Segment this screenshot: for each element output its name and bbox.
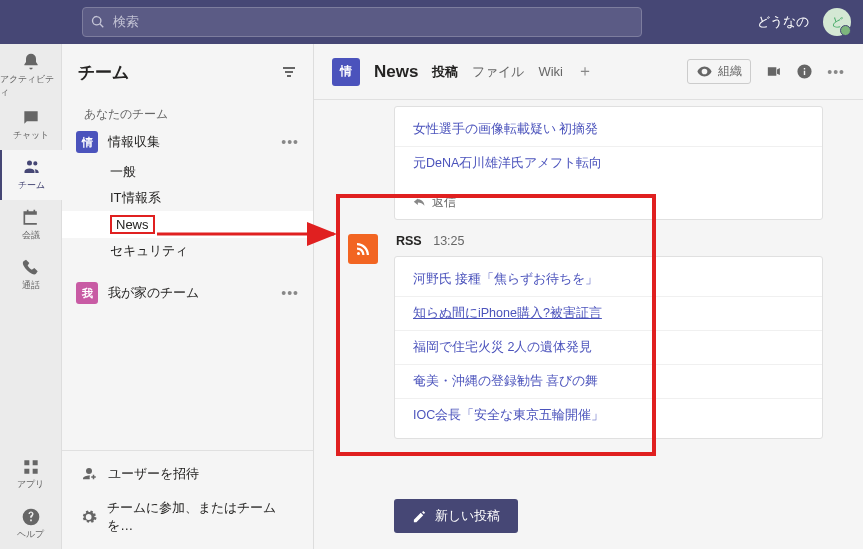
side-panel: チーム あなたのチーム 情 情報収集 ••• 一般 IT情報系 News セキュ… (62, 44, 314, 549)
search-input[interactable]: 検索 (82, 7, 642, 37)
channel-news[interactable]: News (62, 211, 313, 238)
sender-name: RSS (396, 234, 422, 248)
news-link[interactable]: 元DeNA石川雄洋氏アメフト転向 (395, 147, 822, 180)
rail-calendar[interactable]: 会議 (0, 200, 62, 250)
tab-wiki[interactable]: Wiki (538, 62, 563, 81)
news-link[interactable]: 知らぬ間にiPhone購入?被害証言 (395, 297, 822, 331)
tab-files[interactable]: ファイル (472, 61, 524, 83)
rail-activity[interactable]: アクティビティ (0, 50, 62, 100)
app-rail: アクティビティ チャット チーム 会議 通話 アプリ ヘルプ (0, 44, 62, 549)
help-icon (21, 507, 41, 527)
reply-icon (413, 196, 426, 209)
tab-posts[interactable]: 投稿 (432, 61, 458, 83)
side-title: チーム (78, 61, 129, 84)
rail-help[interactable]: ヘルプ (0, 499, 62, 549)
team-badge: 情 (76, 131, 98, 153)
phone-icon (21, 258, 41, 278)
rail-teams[interactable]: チーム (0, 150, 62, 200)
video-icon[interactable] (765, 63, 782, 80)
org-button[interactable]: 組織 (687, 59, 751, 84)
person-add-icon (80, 465, 98, 483)
chat-icon (21, 108, 41, 128)
teams-icon (22, 158, 42, 178)
compose-icon (412, 509, 427, 524)
apps-icon (21, 457, 41, 477)
news-link[interactable]: IOC会長「安全な東京五輪開催」 (395, 399, 822, 432)
invite-button[interactable]: ユーザーを招待 (62, 457, 313, 491)
channel-general[interactable]: 一般 (62, 159, 313, 185)
channel-title: News (374, 62, 418, 82)
team-name: 情報収集 (108, 133, 271, 151)
user-area: どうなの ど (757, 8, 851, 36)
rss-icon (354, 240, 372, 258)
team-name: 我が家のチーム (108, 284, 271, 302)
timestamp: 13:25 (433, 234, 464, 248)
side-footer: ユーザーを招待 チームに参加、またはチームを… (62, 450, 313, 549)
team-row[interactable]: 情 情報収集 ••• (62, 125, 313, 159)
main-area: 情 News 投稿 ファイル Wiki ＋ 組織 ••• 女性選手の画像転載疑い… (314, 44, 863, 549)
channel-badge: 情 (332, 58, 360, 86)
bell-icon (21, 52, 41, 72)
add-tab-button[interactable]: ＋ (577, 61, 593, 82)
avatar[interactable]: ど (823, 8, 851, 36)
titlebar: 検索 どうなの ど (0, 0, 863, 44)
reply-button[interactable]: 返信 (395, 186, 822, 219)
join-team-button[interactable]: チームに参加、またはチームを… (62, 491, 313, 543)
rail-calls[interactable]: 通話 (0, 250, 62, 300)
eye-icon (696, 63, 713, 80)
username[interactable]: どうなの (757, 13, 809, 31)
messages-area: 女性選手の画像転載疑い 初摘発 元DeNA石川雄洋氏アメフト転向 返信 RSS … (314, 100, 863, 487)
message-card: 河野氏 接種「焦らずお待ちを」 知らぬ間にiPhone購入?被害証言 福岡で住宅… (394, 256, 823, 439)
more-icon[interactable]: ••• (281, 134, 299, 150)
more-icon[interactable]: ••• (281, 285, 299, 301)
channel-it[interactable]: IT情報系 (62, 185, 313, 211)
search-placeholder: 検索 (113, 13, 139, 31)
section-label: あなたのチーム (76, 106, 313, 123)
channel-header: 情 News 投稿 ファイル Wiki ＋ 組織 ••• (314, 44, 863, 100)
new-post-button[interactable]: 新しい投稿 (394, 499, 518, 533)
search-container: 検索 (82, 7, 642, 37)
message-header: RSS 13:25 (394, 234, 823, 248)
filter-icon[interactable] (281, 64, 297, 80)
news-link[interactable]: 河野氏 接種「焦らずお待ちを」 (395, 263, 822, 297)
channel-security[interactable]: セキュリティ (62, 238, 313, 264)
calendar-icon (21, 208, 41, 228)
side-header: チーム (62, 44, 313, 100)
rss-message: RSS 13:25 河野氏 接種「焦らずお待ちを」 知らぬ間にiPhone購入?… (394, 234, 823, 445)
rail-chat[interactable]: チャット (0, 100, 62, 150)
team-badge: 我 (76, 282, 98, 304)
team-row[interactable]: 我 我が家のチーム ••• (62, 276, 313, 310)
rail-apps[interactable]: アプリ (0, 449, 62, 499)
rss-avatar (348, 234, 378, 264)
news-link[interactable]: 奄美・沖縄の登録勧告 喜びの舞 (395, 365, 822, 399)
news-link[interactable]: 女性選手の画像転載疑い 初摘発 (395, 113, 822, 147)
search-icon (91, 15, 105, 29)
news-link[interactable]: 福岡で住宅火災 2人の遺体発見 (395, 331, 822, 365)
more-icon[interactable]: ••• (827, 64, 845, 80)
compose-bar: 新しい投稿 (314, 487, 863, 549)
gear-icon (80, 508, 97, 526)
info-icon[interactable] (796, 63, 813, 80)
message-card: 女性選手の画像転載疑い 初摘発 元DeNA石川雄洋氏アメフト転向 返信 (394, 106, 823, 220)
